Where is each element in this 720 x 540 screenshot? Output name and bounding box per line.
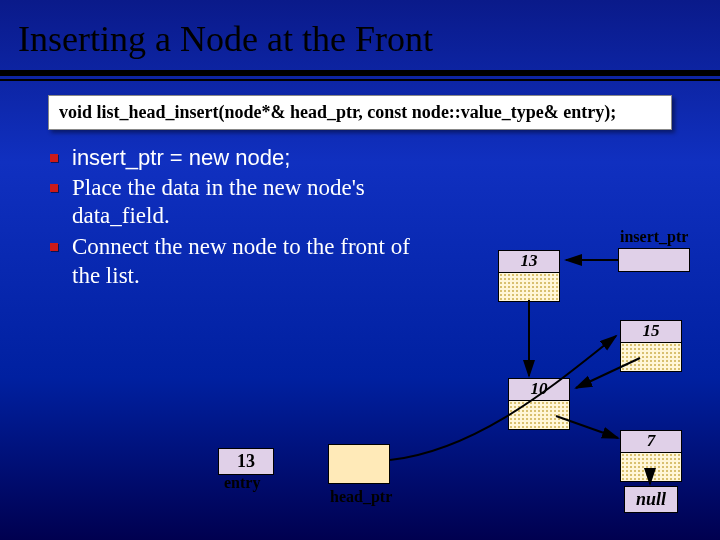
bullet-2: Place the data in the new node's data_fi… bbox=[50, 174, 440, 232]
new-node: 13 bbox=[498, 250, 560, 302]
node-10: 10 bbox=[508, 378, 570, 430]
slide-title: Inserting a Node at the Front bbox=[0, 0, 720, 68]
entry-label: entry bbox=[224, 474, 260, 492]
new-node-link bbox=[499, 273, 559, 301]
bullet-list: insert_ptr = new node; Place the data in… bbox=[50, 144, 440, 291]
node-7-link bbox=[621, 453, 681, 481]
node-7: 7 bbox=[620, 430, 682, 482]
null-box: null bbox=[624, 486, 678, 513]
head-ptr-box bbox=[328, 444, 390, 484]
head-ptr-label: head_ptr bbox=[330, 488, 392, 506]
bullet-3: Connect the new node to the front of the… bbox=[50, 233, 440, 291]
entry-value-box: 13 bbox=[218, 448, 274, 475]
new-node-value: 13 bbox=[499, 251, 559, 273]
bullet-1: insert_ptr = new node; bbox=[50, 144, 440, 172]
node-10-link bbox=[509, 401, 569, 429]
node-15-value: 15 bbox=[621, 321, 681, 343]
title-rule-thick bbox=[0, 70, 720, 76]
title-rule-thin bbox=[0, 79, 720, 81]
node-10-value: 10 bbox=[509, 379, 569, 401]
node-15: 15 bbox=[620, 320, 682, 372]
node-15-link bbox=[621, 343, 681, 371]
node-7-value: 7 bbox=[621, 431, 681, 453]
insert-ptr-label: insert_ptr bbox=[620, 228, 688, 246]
function-signature-box: void list_head_insert(node*& head_ptr, c… bbox=[48, 95, 672, 130]
insert-ptr-box bbox=[618, 248, 690, 272]
